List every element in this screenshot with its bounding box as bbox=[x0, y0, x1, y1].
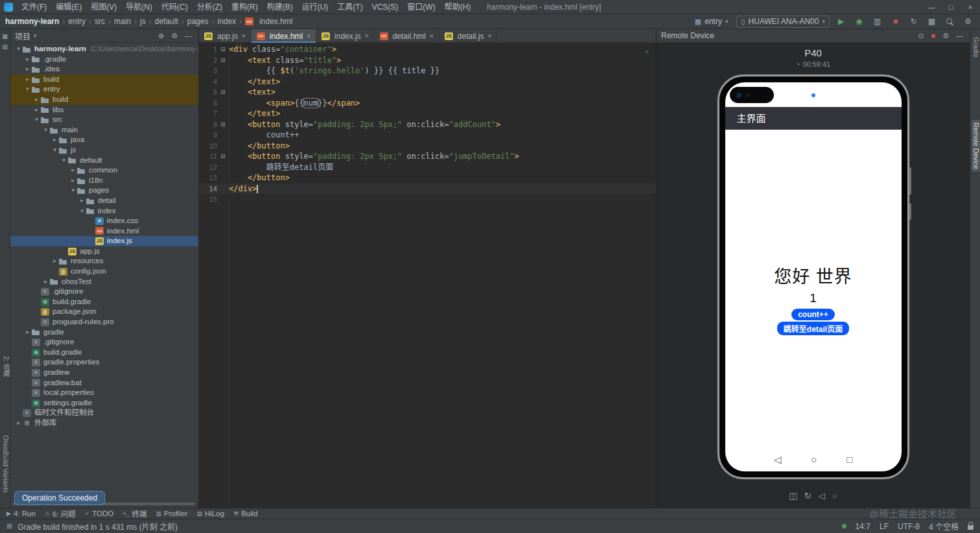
breadcrumb-index[interactable]: index bbox=[217, 17, 236, 26]
chevron-right-icon[interactable]: ▸ bbox=[23, 54, 32, 65]
menu-item-2[interactable]: 视图(V) bbox=[86, 0, 121, 14]
close-tab-icon[interactable]: × bbox=[430, 32, 434, 40]
stop-mirror-button[interactable]: ■ bbox=[929, 32, 937, 40]
chevron-right-icon[interactable]: ▸ bbox=[41, 277, 50, 287]
run-config-select[interactable]: ▦ entry ▾ bbox=[691, 16, 732, 28]
tree-item-gradlew.bat[interactable]: ≡gradlew.bat bbox=[10, 378, 198, 388]
close-tab-icon[interactable]: × bbox=[488, 32, 492, 40]
chevron-down-icon[interactable]: ▾ bbox=[69, 185, 77, 196]
tree-item-js[interactable]: ▾js bbox=[10, 145, 198, 156]
structure-stripe-icon[interactable]: ▤ bbox=[0, 43, 10, 50]
run-button[interactable]: ▶ bbox=[834, 15, 848, 28]
project-panel-title[interactable]: 项目 bbox=[15, 30, 30, 41]
caret-position[interactable]: 14:7 bbox=[856, 522, 870, 531]
tool-window-button-TODO[interactable]: ✓TODO bbox=[85, 510, 114, 517]
tool-window-button-HiLog[interactable]: ▤HiLog bbox=[196, 510, 224, 517]
menu-item-6[interactable]: 重构(R) bbox=[227, 0, 262, 14]
close-button[interactable]: × bbox=[961, 0, 980, 14]
breadcrumb-pages[interactable]: pages bbox=[187, 17, 209, 26]
maximize-button[interactable]: □ bbox=[941, 0, 961, 14]
editor-tab-detail.js[interactable]: JSdetail.js× bbox=[439, 29, 498, 43]
phone-screen[interactable]: 主界面 您好 世界 1 count++ 跳转至detail页面 ◁ ○ □ bbox=[725, 82, 902, 471]
home-icon[interactable]: ○ bbox=[811, 454, 817, 466]
fold-icon[interactable]: ⊟ bbox=[217, 44, 229, 55]
lock-icon[interactable] bbox=[968, 525, 974, 530]
stop-button[interactable]: ■ bbox=[889, 15, 902, 28]
tree-item-.gitignore[interactable]: ≡.gitignore bbox=[10, 287, 198, 297]
tree-item-resources[interactable]: ▸resources bbox=[10, 256, 198, 266]
recents-icon[interactable]: □ bbox=[846, 454, 852, 466]
tree-item-harmony-learn[interactable]: ▾harmony-learnC:\Users\encai\Desktop\har… bbox=[10, 44, 198, 54]
tree-item-index[interactable]: ▾index bbox=[10, 206, 198, 217]
fold-icon[interactable]: ⊟ bbox=[217, 119, 229, 130]
chevron-down-icon[interactable]: ▾ bbox=[14, 44, 23, 54]
tree-item-ohosTest[interactable]: ▸ohosTest bbox=[10, 277, 198, 287]
chevron-right-icon[interactable]: ▸ bbox=[23, 327, 32, 338]
tree-item-src[interactable]: ▾src bbox=[10, 115, 198, 125]
tool-window-button-Profiler[interactable]: ▥Profiler bbox=[156, 510, 188, 517]
tree-item-common[interactable]: ▸common bbox=[10, 165, 198, 176]
breadcrumb-entry[interactable]: entry bbox=[68, 17, 86, 26]
select-opened-file-button[interactable]: ⊕ bbox=[156, 32, 166, 40]
device-back-button[interactable]: ◁ bbox=[819, 491, 825, 501]
tree-item-pages[interactable]: ▾pages bbox=[10, 185, 198, 196]
breadcrumb-default[interactable]: default bbox=[155, 17, 178, 26]
gradle-tab[interactable]: Gradle bbox=[972, 34, 980, 60]
file-encoding[interactable]: UTF-8 bbox=[898, 522, 920, 531]
code-editor[interactable]: 1⊟<div class="container">2⊟ <text class=… bbox=[199, 43, 656, 508]
jump-detail-button[interactable]: 跳转至detail页面 bbox=[777, 322, 849, 335]
tree-item-index.hml[interactable]: <>index.hml bbox=[10, 226, 198, 237]
chevron-right-icon[interactable]: ▸ bbox=[69, 165, 77, 176]
menu-item-11[interactable]: 窗口(W) bbox=[402, 0, 439, 14]
chevron-right-icon[interactable]: ▸ bbox=[69, 176, 77, 186]
tree-item-libs[interactable]: ▸libs bbox=[10, 105, 198, 115]
menu-item-4[interactable]: 代码(C) bbox=[157, 0, 192, 14]
close-tab-icon[interactable]: × bbox=[242, 32, 246, 40]
tree-item-main[interactable]: ▾main bbox=[10, 125, 198, 136]
chevron-down-icon[interactable]: ▾ bbox=[34, 32, 37, 39]
remote-device-tab[interactable]: Remote Device bbox=[972, 120, 980, 172]
chevron-right-icon[interactable]: ▸ bbox=[51, 135, 59, 145]
tree-item-index.js[interactable]: JSindex.js bbox=[10, 236, 198, 246]
hide-panel-button[interactable]: — bbox=[183, 32, 194, 40]
tool-window-button-4Run[interactable]: ▶4: Run bbox=[6, 510, 36, 517]
sync-button[interactable]: ↻ bbox=[907, 15, 920, 28]
tree-item-java[interactable]: ▸java bbox=[10, 135, 198, 145]
menu-item-12[interactable]: 帮助(H) bbox=[440, 0, 476, 14]
menu-item-5[interactable]: 分析(Z) bbox=[192, 0, 227, 14]
tool-window-button-[interactable]: >_终端 bbox=[122, 508, 146, 519]
menu-item-3[interactable]: 导航(N) bbox=[121, 0, 157, 14]
tree-item-build[interactable]: ▸build bbox=[10, 75, 198, 85]
panel-settings-button[interactable]: ⚙ bbox=[169, 32, 180, 40]
menu-item-7[interactable]: 构建(B) bbox=[262, 0, 298, 14]
editor-tab-detail.hml[interactable]: <>detail.hml× bbox=[375, 29, 439, 43]
tree-item-config.json[interactable]: {}config.json bbox=[10, 266, 198, 277]
menu-item-9[interactable]: 工具(T) bbox=[332, 0, 367, 14]
breadcrumb-harmony-learn[interactable]: harmony-learn bbox=[5, 17, 59, 26]
debug-button[interactable]: ◉ bbox=[852, 15, 866, 28]
chevron-right-icon[interactable]: ▸ bbox=[23, 64, 32, 75]
tree-item-i18n[interactable]: ▸i18n bbox=[10, 176, 198, 186]
rotate-button[interactable]: ↻ bbox=[804, 491, 811, 501]
chevron-right-icon[interactable]: ▸ bbox=[32, 95, 41, 105]
device-select[interactable]: ▯ HUAWEI ANA-AN00 ▾ bbox=[736, 16, 830, 28]
menu-item-1[interactable]: 编辑(E) bbox=[51, 0, 86, 14]
tree-item-default[interactable]: ▾default bbox=[10, 156, 198, 166]
tree-item-.idea[interactable]: ▸.idea bbox=[10, 64, 198, 75]
profiler-button[interactable]: ▥ bbox=[870, 15, 884, 28]
tree-item-local.properties[interactable]: ≡local.properties bbox=[10, 388, 198, 398]
breadcrumb-main[interactable]: main bbox=[114, 17, 131, 26]
tree-item-.gitignore[interactable]: ≡.gitignore bbox=[10, 337, 198, 348]
chevron-right-icon[interactable]: ▸ bbox=[14, 418, 23, 429]
menu-item-10[interactable]: VCS(S) bbox=[368, 0, 403, 14]
line-separator[interactable]: LF bbox=[880, 522, 889, 531]
editor-tab-index.js[interactable]: JSindex.js× bbox=[316, 29, 375, 43]
tree-item-build.gradle[interactable]: Gbuild.gradle bbox=[10, 348, 198, 358]
fold-icon[interactable]: ⊟ bbox=[217, 55, 229, 66]
search-button[interactable] bbox=[943, 15, 957, 28]
tool-window-button-Build[interactable]: ⚒Build bbox=[233, 510, 258, 517]
tree-item-.gradle[interactable]: ▸.gradle bbox=[10, 54, 198, 65]
tree-item-proguard-rules.pro[interactable]: ≡proguard-rules.pro bbox=[10, 317, 198, 327]
tree-item-detail[interactable]: ▸detail bbox=[10, 196, 198, 206]
chevron-down-icon[interactable]: ▾ bbox=[78, 206, 86, 217]
